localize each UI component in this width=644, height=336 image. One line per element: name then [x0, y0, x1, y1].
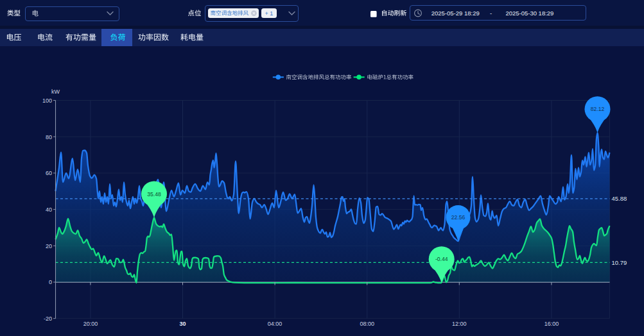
svg-text:10.79: 10.79	[612, 259, 627, 266]
svg-text:12:00: 12:00	[452, 321, 467, 327]
svg-text:45.88: 45.88	[612, 195, 627, 202]
svg-text:08:00: 08:00	[360, 321, 374, 327]
svg-text:kW: kW	[51, 88, 60, 95]
svg-text:-: -	[490, 10, 492, 17]
svg-text:20: 20	[46, 243, 52, 249]
svg-text:100: 100	[42, 97, 52, 104]
svg-text:82.12: 82.12	[591, 106, 605, 112]
svg-text:-0.44: -0.44	[435, 256, 448, 262]
svg-text:16:00: 16:00	[544, 321, 559, 327]
svg-text:04:00: 04:00	[268, 321, 283, 327]
svg-text:60: 60	[46, 170, 52, 176]
svg-text:2025-05-30 18:29: 2025-05-30 18:29	[505, 10, 553, 17]
svg-text:22.56: 22.56	[451, 214, 466, 221]
svg-text:35.48: 35.48	[147, 191, 161, 197]
svg-text:2025-05-29 18:29: 2025-05-29 18:29	[431, 10, 480, 17]
svg-text:+ 1: + 1	[265, 10, 273, 17]
svg-text:40: 40	[46, 206, 52, 213]
svg-text:80: 80	[46, 134, 52, 140]
svg-text:30: 30	[179, 321, 186, 327]
svg-text:20:00: 20:00	[83, 321, 98, 327]
svg-text:0: 0	[49, 279, 52, 285]
svg-text:-20: -20	[44, 315, 52, 322]
